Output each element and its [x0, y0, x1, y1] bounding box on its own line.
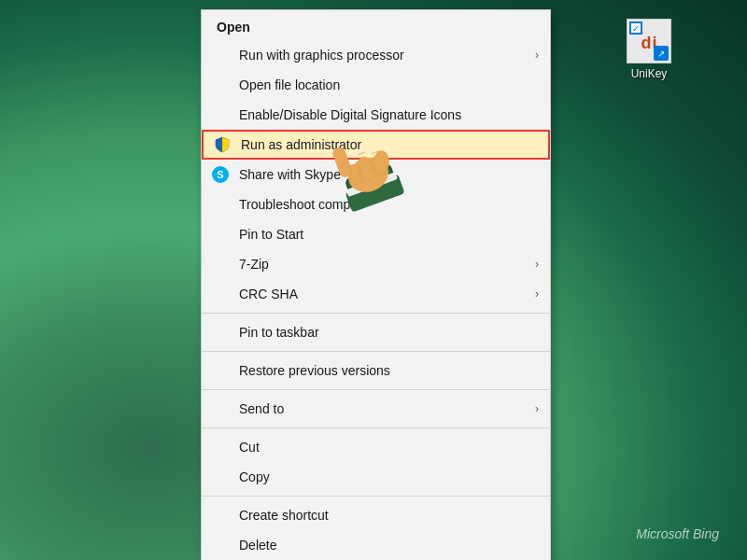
submenu-arrow-icon: ›	[535, 258, 539, 271]
menu-item-label: Share with Skype	[239, 167, 341, 182]
menu-item-pin-taskbar[interactable]: Pin to taskbar	[202, 317, 550, 347]
unikey-desktop-icon[interactable]: ✓ d i ↗ UniKey	[616, 19, 682, 80]
menu-item-restore-versions[interactable]: Restore previous versions	[202, 356, 550, 385]
menu-item-enable-disable-icons[interactable]: Enable/Disable Digital Signature Icons	[202, 100, 550, 130]
menu-item-label: Restore previous versions	[239, 363, 390, 378]
skype-icon: S	[211, 165, 230, 184]
menu-item-label: Pin to taskbar	[239, 325, 319, 340]
menu-item-copy[interactable]: Copy	[202, 462, 550, 492]
menu-item-pin-to-start[interactable]: Pin to Start	[202, 219, 550, 249]
menu-item-create-shortcut[interactable]: Create shortcut	[202, 500, 550, 530]
icon-arrow-badge: ↗	[654, 46, 669, 61]
menu-item-7zip[interactable]: 7-Zip ›	[202, 249, 550, 279]
menu-item-run-as-admin[interactable]: Run as administrator	[202, 130, 550, 160]
menu-item-crc-sha[interactable]: CRC SHA ›	[202, 279, 550, 309]
menu-item-label: Send to	[239, 401, 284, 416]
submenu-arrow-icon: ›	[535, 49, 539, 62]
menu-item-label: Run as administrator	[241, 137, 361, 152]
menu-separator	[202, 496, 550, 497]
menu-item-troubleshoot[interactable]: Troubleshoot comp...	[202, 189, 550, 219]
menu-item-label: Enable/Disable Digital Signature Icons	[239, 107, 461, 122]
menu-item-label: Cut	[239, 440, 260, 455]
context-menu: Open Run with graphics processor › Open …	[201, 9, 551, 560]
bing-watermark: Microsoft Bing	[636, 526, 719, 541]
submenu-arrow-icon: ›	[535, 287, 539, 301]
menu-item-label: Copy	[239, 469, 270, 484]
menu-item-label: 7-Zip	[239, 257, 269, 272]
menu-item-delete[interactable]: Delete	[202, 530, 550, 560]
menu-item-share-skype[interactable]: S Share with Skype	[202, 160, 550, 189]
icon-checkbox: ✓	[629, 21, 642, 35]
menu-item-open-file-location[interactable]: Open file location	[202, 70, 550, 100]
menu-header: Open	[202, 14, 550, 40]
menu-item-run-with-gpu[interactable]: Run with graphics processor ›	[202, 40, 550, 70]
submenu-arrow-icon: ›	[535, 402, 539, 415]
menu-item-send-to[interactable]: Send to ›	[202, 394, 550, 424]
icon-label: UniKey	[631, 67, 668, 80]
menu-item-label: Run with graphics processor	[239, 48, 404, 63]
menu-separator	[202, 351, 550, 352]
menu-item-label: CRC SHA	[239, 287, 298, 301]
icon-image: ✓ d i ↗	[627, 19, 671, 63]
menu-item-label: Delete	[239, 538, 276, 553]
menu-separator	[202, 389, 550, 390]
menu-item-label: Create shortcut	[239, 508, 329, 523]
menu-separator	[202, 427, 550, 428]
menu-item-cut[interactable]: Cut	[202, 432, 550, 462]
menu-separator	[202, 313, 550, 314]
menu-item-label: Pin to Start	[239, 227, 303, 242]
shield-icon	[213, 135, 232, 154]
menu-item-label: Troubleshoot comp...	[239, 197, 361, 212]
menu-item-label: Open file location	[239, 77, 340, 92]
